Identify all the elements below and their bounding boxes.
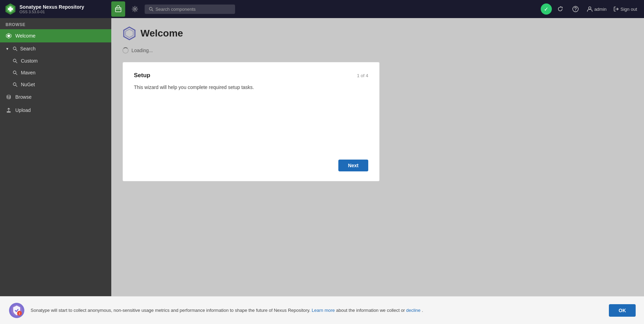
help-button[interactable]: [569, 2, 582, 16]
setup-description: This wizard will help you complete requi…: [134, 84, 368, 90]
refresh-button[interactable]: [553, 2, 567, 16]
sidebar: Browse Welcome ▼ Search Custom: [0, 18, 111, 296]
svg-point-22: [7, 95, 10, 97]
brand-title: Sonatype Nexus Repository: [19, 4, 84, 10]
banner-icon: !: [8, 302, 25, 319]
sidebar-item-nuget[interactable]: NuGet: [0, 79, 111, 90]
svg-rect-4: [115, 8, 121, 12]
sidebar-item-welcome[interactable]: Welcome: [0, 29, 111, 42]
banner-text-after: about the information we collect or: [336, 308, 406, 313]
svg-marker-13: [7, 34, 10, 37]
signout-label: Sign out: [620, 7, 637, 12]
svg-line-17: [16, 62, 17, 63]
brand-version: OSS 3.53.0-01: [19, 10, 84, 14]
browse-nav-icon[interactable]: [111, 1, 125, 17]
loading-row: Loading...: [122, 47, 633, 54]
welcome-label: Welcome: [15, 33, 35, 39]
topnav-right: ✓ admin Sign out: [541, 2, 640, 16]
search-box[interactable]: [145, 5, 235, 14]
svg-rect-3: [8, 8, 13, 10]
nuget-search-icon: [13, 82, 17, 87]
signout-icon: [613, 6, 619, 12]
welcome-icon: [6, 33, 12, 39]
bottom-banner: ! Sonatype will start to collect anonymo…: [0, 296, 644, 324]
maven-search-icon: [13, 70, 17, 75]
svg-line-15: [16, 49, 17, 51]
brand-logo-icon: [4, 3, 17, 15]
nuget-label: NuGet: [21, 82, 35, 87]
loading-text: Loading...: [131, 48, 153, 53]
upload-icon: [6, 107, 12, 113]
sidebar-item-custom[interactable]: Custom: [0, 55, 111, 67]
brand-text: Sonatype Nexus Repository OSS 3.53.0-01: [19, 4, 84, 14]
welcome-hex-icon: [122, 26, 136, 40]
page-title: Welcome: [140, 28, 183, 39]
svg-line-21: [16, 85, 17, 87]
svg-line-8: [152, 10, 153, 11]
sidebar-search-toggle[interactable]: ▼ Search: [0, 42, 111, 55]
sidebar-item-browse[interactable]: Browse: [0, 90, 111, 104]
banner-text: Sonatype will start to collect anonymous…: [31, 307, 603, 314]
custom-search-icon: [13, 58, 17, 63]
search-group-label: Search: [20, 46, 35, 51]
svg-point-10: [575, 10, 576, 11]
banner-text-end: .: [422, 308, 423, 313]
user-icon: [587, 6, 593, 12]
refresh-icon: [557, 6, 563, 12]
ok-button[interactable]: OK: [609, 304, 636, 317]
banner-text-before: Sonatype will start to collect anonymous…: [31, 308, 312, 313]
help-icon: [572, 6, 579, 13]
svg-marker-24: [126, 29, 133, 38]
setup-step: 1 of 4: [357, 73, 368, 78]
page-title-row: Welcome: [122, 26, 633, 40]
search-sidebar-icon: [13, 46, 17, 51]
decline-link[interactable]: decline: [406, 308, 420, 313]
browse-item-label: Browse: [15, 94, 32, 100]
setup-title: Setup: [134, 72, 150, 79]
browse-item-icon: [6, 94, 12, 100]
setup-card-header: Setup 1 of 4: [134, 72, 368, 79]
settings-nav-button[interactable]: [128, 2, 142, 16]
content-area: Welcome Loading... Setup 1 of 4 This wiz…: [111, 18, 644, 296]
user-label: admin: [594, 7, 606, 12]
maven-label: Maven: [21, 70, 35, 75]
search-icon: [149, 7, 153, 11]
brand: Sonatype Nexus Repository OSS 3.53.0-01: [4, 3, 108, 15]
custom-label: Custom: [21, 58, 38, 64]
topnav: Sonatype Nexus Repository OSS 3.53.0-01 …: [0, 0, 644, 18]
main-layout: Browse Welcome ▼ Search Custom: [0, 18, 644, 296]
box-icon: [114, 5, 122, 13]
next-button[interactable]: Next: [338, 160, 368, 171]
gear-icon: [131, 6, 138, 13]
svg-point-6: [134, 8, 136, 10]
search-input[interactable]: [155, 7, 231, 12]
svg-text:!: !: [19, 312, 20, 315]
sidebar-item-upload[interactable]: Upload: [0, 104, 111, 117]
svg-point-11: [588, 7, 591, 9]
setup-card-footer: Next: [134, 160, 368, 171]
upload-label: Upload: [15, 107, 31, 113]
learn-more-link[interactable]: Learn more: [312, 308, 335, 313]
setup-card: Setup 1 of 4 This wizard will help you c…: [122, 62, 380, 181]
signout-button[interactable]: Sign out: [611, 5, 640, 13]
loading-spinner: [122, 47, 129, 54]
user-menu[interactable]: admin: [584, 5, 609, 14]
browse-section-label: Browse: [0, 18, 111, 29]
chevron-down-icon: ▼: [6, 47, 9, 51]
status-check-icon: ✓: [541, 3, 552, 15]
sidebar-item-maven[interactable]: Maven: [0, 67, 111, 79]
svg-line-19: [16, 73, 17, 75]
